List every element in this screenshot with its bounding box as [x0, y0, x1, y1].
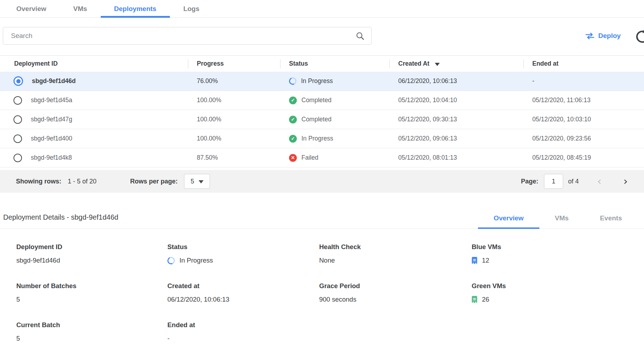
ended-at-cell: 05/12/2020, 10:03:10 — [523, 116, 644, 123]
status-label: Completed — [301, 116, 332, 123]
search-icon — [356, 32, 365, 40]
created-at-cell: 06/12/2020, 10:06:13 — [389, 77, 523, 85]
search-field-wrap — [3, 27, 372, 45]
table-row[interactable]: sbgd-9ef1d46d 76.00% In Progress 06/12/2… — [0, 72, 644, 91]
field-current-batch: Current Batch 5 — [16, 321, 167, 343]
chevron-down-icon — [199, 180, 204, 183]
field-value: sbgd-9ef1d46d — [16, 256, 167, 265]
details-grid: Deployment ID sbgd-9ef1d46d Status In Pr… — [0, 243, 644, 343]
field-value: 06/12/2020, 10:06:13 — [167, 295, 319, 304]
progress-cell: 76.00% — [188, 77, 280, 85]
x-circle-icon: ✕ — [289, 154, 297, 162]
status-label: Completed — [301, 97, 332, 104]
status-label: Failed — [301, 154, 318, 161]
field-label: Deployment ID — [16, 243, 167, 251]
created-at-cell: 05/12/2020, 10:04:10 — [389, 97, 523, 104]
table-row[interactable]: sbgd-9ef1d400 100.00% ✓ In Progress 05/1… — [0, 129, 644, 148]
tab-overview[interactable]: Overview — [3, 0, 60, 18]
spinner-icon — [166, 256, 176, 265]
row-radio[interactable] — [13, 134, 22, 143]
row-radio[interactable] — [13, 154, 22, 162]
rows-per-page-value: 5 — [191, 178, 194, 185]
details-header: Deployment Details - sbgd-9ef1d46d Overv… — [0, 213, 644, 229]
field-label: Number of Batches — [16, 282, 167, 290]
field-value: 5 — [16, 334, 167, 343]
column-header-created-at[interactable]: Created At — [389, 56, 523, 72]
field-label: Created at — [167, 282, 319, 290]
details-tab-vms[interactable]: VMs — [539, 214, 584, 229]
ended-at-cell: 05/12/2020, 08:45:19 — [523, 154, 644, 161]
showing-rows-label: Showing rows: — [16, 178, 61, 185]
deployment-id-cell: sbgd-9ef1d45a — [31, 97, 72, 104]
status-cell: ✓ Completed — [280, 97, 389, 104]
column-header-deployment-id[interactable]: Deployment ID — [0, 56, 188, 72]
details-tab-events[interactable]: Events — [584, 214, 638, 229]
toolbar: Deploy — [0, 27, 644, 45]
row-radio[interactable] — [13, 115, 22, 124]
tab-logs[interactable]: Logs — [170, 0, 213, 18]
table-row[interactable]: sbgd-9ef1d4k8 87.50% ✕ Failed 05/12/2020… — [0, 148, 644, 167]
column-header-created-at-label: Created At — [398, 60, 429, 67]
field-grace-period: Grace Period 900 seconds — [319, 282, 472, 304]
status-label: In Progress — [301, 77, 333, 85]
green-vm-icon — [472, 296, 477, 303]
field-value: 12 — [482, 257, 489, 264]
field-value: None — [319, 256, 472, 265]
table-header-row: Deployment ID Progress Status Created At… — [0, 55, 644, 72]
field-label: Status — [167, 243, 319, 251]
field-blue-vms: Blue VMs 12 — [472, 243, 644, 265]
status-cell: In Progress — [280, 77, 389, 85]
field-label: Health Check — [319, 243, 472, 251]
sort-desc-icon — [435, 63, 440, 66]
column-header-status[interactable]: Status — [280, 56, 389, 72]
field-label: Green VMs — [472, 282, 644, 290]
tab-deployments[interactable]: Deployments — [101, 0, 170, 18]
field-status: Status In Progress — [167, 243, 319, 265]
row-radio[interactable] — [13, 76, 23, 86]
progress-cell: 100.00% — [188, 97, 280, 104]
spinner-icon — [288, 76, 298, 86]
column-header-progress[interactable]: Progress — [188, 56, 280, 72]
field-deployment-id: Deployment ID sbgd-9ef1d46d — [16, 243, 167, 265]
tab-vms[interactable]: VMs — [60, 0, 101, 18]
deployment-id-cell: sbgd-9ef1d4k8 — [31, 154, 72, 161]
table-row[interactable]: sbgd-9ef1d47g 100.00% ✓ Completed 05/12/… — [0, 110, 644, 129]
column-header-ended-at[interactable]: Ended at — [523, 56, 644, 72]
field-value: 5 — [16, 295, 167, 304]
field-ended-at: Ended at - — [167, 321, 319, 343]
created-at-cell: 05/12/2020, 09:06:13 — [389, 135, 523, 142]
deployment-id-cell: sbgd-9ef1d47g — [31, 116, 72, 123]
field-label: Current Batch — [16, 321, 167, 329]
field-green-vms: Green VMs 26 — [472, 282, 644, 304]
field-value: 900 seconds — [319, 295, 472, 304]
rows-per-page-select[interactable]: 5 — [184, 174, 210, 189]
check-circle-icon: ✓ — [289, 135, 297, 143]
details-title: Deployment Details - sbgd-9ef1d46d — [3, 213, 118, 229]
details-tab-overview[interactable]: Overview — [478, 214, 539, 229]
details-tab-bar: Overview VMs Events — [478, 214, 638, 229]
field-health-check: Health Check None — [319, 243, 472, 265]
status-label: In Progress — [301, 135, 333, 142]
rows-per-page-label: Rows per page: — [130, 178, 178, 185]
row-radio[interactable] — [13, 96, 22, 105]
swap-arrows-icon — [585, 33, 595, 39]
table-footer: Showing rows: 1 - 5 of 20 Rows per page:… — [0, 170, 644, 193]
deployment-id-cell: sbgd-9ef1d46d — [32, 77, 76, 85]
status-cell: ✓ In Progress — [280, 135, 389, 143]
next-page-icon[interactable]: › — [623, 176, 628, 187]
previous-page-icon[interactable]: ‹ — [597, 176, 601, 187]
refresh-icon[interactable] — [634, 29, 644, 44]
page-total: of 4 — [568, 178, 579, 185]
progress-cell: 100.00% — [188, 116, 280, 123]
search-input[interactable] — [3, 27, 372, 45]
check-circle-icon: ✓ — [289, 116, 297, 123]
created-at-cell: 05/12/2020, 08:01:13 — [389, 154, 523, 161]
page-number-input[interactable] — [544, 174, 563, 189]
field-number-of-batches: Number of Batches 5 — [16, 282, 167, 304]
status-cell: ✓ Completed — [280, 116, 389, 123]
table-row[interactable]: sbgd-9ef1d45a 100.00% ✓ Completed 05/12/… — [0, 91, 644, 110]
field-value: - — [167, 334, 319, 343]
deploy-button[interactable]: Deploy — [585, 32, 621, 40]
status-cell: ✕ Failed — [280, 154, 389, 162]
ended-at-cell: - — [523, 77, 644, 85]
